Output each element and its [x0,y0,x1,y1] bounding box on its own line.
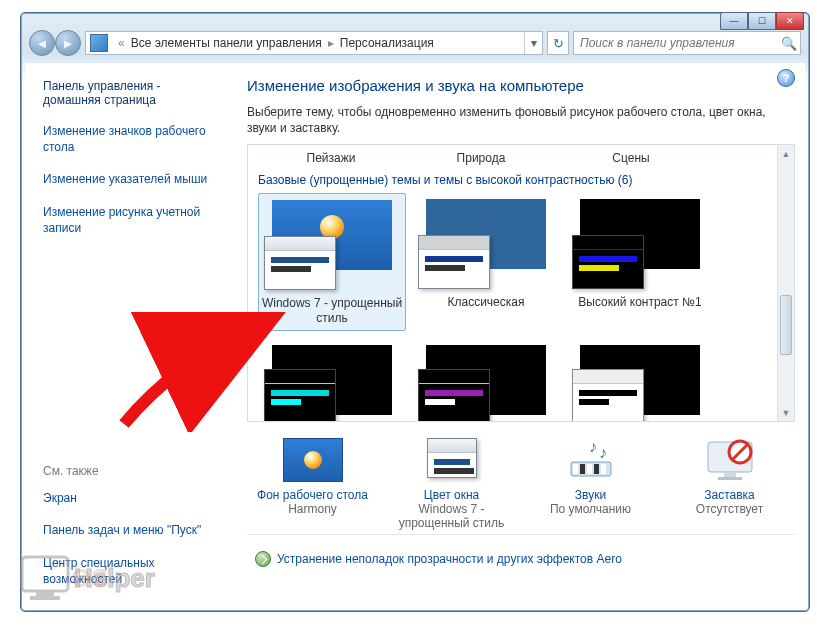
sidebar-link-ease-of-access[interactable]: Центр специальных возможностей [43,555,219,587]
see-also-label: См. также [43,464,219,478]
theme-high-contrast-1[interactable]: Высокий контраст №1 [566,193,714,331]
window-preview-icon [572,235,644,289]
quick-sounds[interactable]: ♪♪ Звуки По умолчанию [525,438,656,530]
svg-rect-5 [587,464,592,474]
theme-win7-basic[interactable]: Windows 7 - упрощенный стиль [258,193,406,331]
sidebar-link-display[interactable]: Экран [43,490,219,506]
themes-scrollbar[interactable]: ▲ ▼ [777,145,794,421]
back-button[interactable]: ◄ [29,30,55,56]
theme-high-contrast-white[interactable] [580,345,700,415]
svg-rect-6 [594,464,599,474]
svg-rect-10 [718,477,742,480]
theme-high-contrast-2[interactable] [272,345,392,415]
sidebar-link-mouse-pointers[interactable]: Изменение указателей мыши [43,171,219,187]
sidebar-link-taskbar[interactable]: Панель задач и меню "Пуск" [43,522,219,538]
page-title: Изменение изображения и звука на компьют… [247,77,795,94]
maximize-button[interactable]: ☐ [748,12,776,30]
sidebar-link-account-picture[interactable]: Изменение рисунка учетной записи [43,204,219,236]
window-controls: — ☐ ✕ [720,12,804,30]
svg-text:♪: ♪ [599,444,607,461]
theme-high-contrast-black[interactable] [426,345,546,415]
theme-label: Классическая [412,295,560,310]
chevron-right-icon: ▸ [322,36,340,50]
sounds-icon: ♪♪ [561,438,621,482]
wallpaper-icon [283,438,343,482]
personalization-window: — ☐ ✕ ◄ ► « Все элементы панели управлен… [20,12,810,612]
theme-label: Высокий контраст №1 [566,295,714,310]
svg-rect-3 [573,464,578,474]
control-panel-icon [90,34,108,52]
aero-troubleshoot-link[interactable]: Устранение неполадок прозрачности и друг… [247,541,795,567]
scroll-thumb[interactable] [780,295,792,355]
page-subtitle: Выберите тему, чтобы одновременно измени… [247,104,795,136]
quick-screensaver[interactable]: Заставка Отсутствует [664,438,795,530]
sidebar: Панель управления - домашняя страница Из… [25,63,231,607]
tab-nature[interactable]: Природа [406,151,556,165]
main-pane: ? Изменение изображения и звука на компь… [231,63,805,607]
scroll-up-icon[interactable]: ▲ [778,145,794,162]
quick-desktop-background[interactable]: Фон рабочего стола Harmony [247,438,378,530]
basic-themes-heading: Базовые (упрощенные) темы и темы с высок… [256,169,776,193]
sidebar-home-link[interactable]: Панель управления - домашняя страница [43,79,219,107]
help-icon[interactable]: ? [777,69,795,87]
navigation-bar: ◄ ► « Все элементы панели управления ▸ П… [29,29,801,57]
theme-label: Windows 7 - упрощенный стиль [259,296,405,326]
window-preview-icon [264,236,336,290]
close-button[interactable]: ✕ [776,12,804,30]
forward-button[interactable]: ► [55,30,81,56]
window-color-icon [422,438,482,482]
svg-rect-4 [580,464,585,474]
breadcrumb[interactable]: « Все элементы панели управления ▸ Персо… [85,31,543,55]
troubleshoot-icon [255,551,271,567]
search-icon[interactable]: 🔍 [778,36,800,51]
breadcrumb-dropdown[interactable]: ▾ [524,32,542,54]
search-input[interactable] [574,36,778,50]
theme-classic[interactable]: Классическая [412,193,560,331]
themes-panel: Пейзажи Природа Сцены Базовые (упрощенны… [247,144,795,422]
svg-rect-7 [601,464,606,474]
quick-settings-row: Фон рабочего стола Harmony Цвет окна Win… [247,422,795,532]
quick-window-color[interactable]: Цвет окна Windows 7 - упрощенный стиль [386,438,517,530]
minimize-button[interactable]: — [720,12,748,30]
breadcrumb-seg-2[interactable]: Персонализация [340,36,434,50]
screensaver-icon [700,438,760,482]
search-box[interactable]: 🔍 [573,31,801,55]
svg-rect-9 [724,472,736,477]
breadcrumb-seg-1[interactable]: Все элементы панели управления [131,36,322,50]
window-preview-icon [418,235,490,289]
tab-scenes[interactable]: Сцены [556,151,706,165]
scroll-down-icon[interactable]: ▼ [778,404,794,421]
tab-landscapes[interactable]: Пейзажи [256,151,406,165]
refresh-button[interactable]: ↻ [547,31,569,55]
aero-theme-tabs: Пейзажи Природа Сцены [256,145,776,169]
sidebar-link-desktop-icons[interactable]: Изменение значков рабочего стола [43,123,219,155]
chevron-left-icon: « [112,36,131,50]
svg-text:♪: ♪ [589,438,597,455]
